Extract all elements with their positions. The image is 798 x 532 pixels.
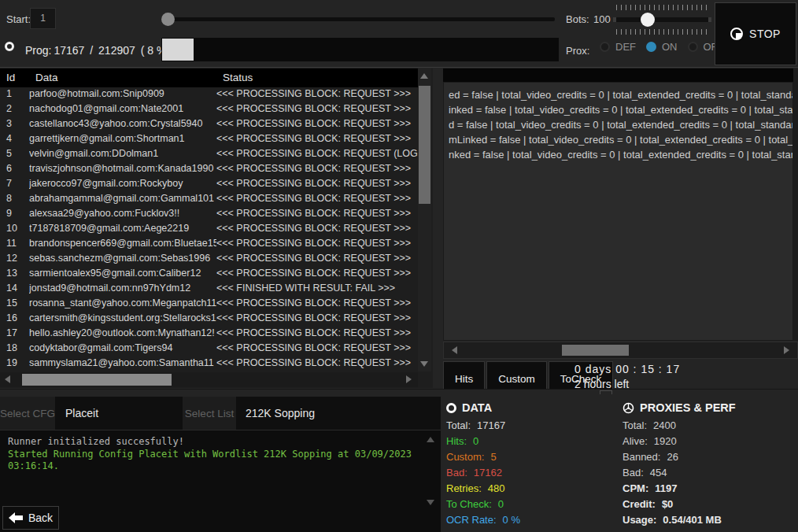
scroll-down-icon[interactable] xyxy=(427,500,434,505)
grid-vscroll-thumb[interactable] xyxy=(419,86,430,204)
back-arrow-icon xyxy=(9,512,23,523)
bots-slider-ticks-top xyxy=(616,5,708,10)
splitter-grip-icon[interactable] xyxy=(600,390,612,394)
table-row[interactable]: 19sammyslama21@yahoo.com:Samantha11<<< P… xyxy=(0,357,418,372)
prox-radio-def[interactable] xyxy=(600,42,610,52)
data-stats-title: DATA xyxy=(462,401,492,414)
table-row[interactable]: 11brandonspencer669@gmail.com:Bluetae15<… xyxy=(0,238,418,253)
bot-log-hscroll-thumb[interactable] xyxy=(562,345,629,356)
table-row[interactable]: 8abrahamgammal@gmail.com:Gammal101<<< PR… xyxy=(0,193,418,208)
table-row[interactable]: 4garrettjkern@gmail.com:Shortman1<<< PRO… xyxy=(0,133,418,148)
scroll-right-icon[interactable] xyxy=(784,346,789,354)
prog-current: 17167 xyxy=(54,44,84,57)
prox-radio-label-on: ON xyxy=(662,41,678,53)
stat-label: Total: xyxy=(446,419,471,435)
stat-label: Retries: xyxy=(446,482,482,498)
table-row[interactable]: 14jonstad9@hotmail.com:nn97hYdm12<<< FIN… xyxy=(0,283,418,297)
bot-log-horizontal-scrollbar[interactable] xyxy=(443,342,798,359)
skip-slider[interactable] xyxy=(161,11,555,27)
table-row[interactable]: 9alexsaa29@yahoo.com:Fucklov3!!<<< PROCE… xyxy=(0,208,418,223)
column-header-id[interactable]: Id xyxy=(6,72,15,83)
table-row[interactable]: 7jakerocco97@gmail.com:Rockyboy<<< PROCE… xyxy=(0,178,418,193)
column-header-data[interactable]: Data xyxy=(35,72,58,83)
bot-log-list[interactable]: ed = false | total_video_credits = 0 | t… xyxy=(443,82,793,341)
stat-label: Custom: xyxy=(446,451,484,467)
panel-splitter[interactable] xyxy=(0,389,798,396)
scroll-down-icon[interactable] xyxy=(420,361,428,367)
cell-data: jonstad9@hotmail.com:nn97hYdm12 xyxy=(29,283,216,297)
stat-label: Bad: xyxy=(623,467,644,482)
grid-horizontal-scrollbar[interactable] xyxy=(0,372,418,387)
scroll-up-icon[interactable] xyxy=(427,437,434,442)
scroll-right-icon[interactable] xyxy=(406,375,412,383)
cell-id: 6 xyxy=(0,163,29,178)
select-list-button[interactable]: Select List xyxy=(183,397,236,430)
cell-data: garrettjkern@gmail.com:Shortman1 xyxy=(29,133,216,148)
table-row[interactable]: 17hello.ashley20@outlook.com:Mynathan12!… xyxy=(0,327,418,342)
cell-data: sammyslama21@yahoo.com:Samantha11 xyxy=(29,357,216,372)
table-row[interactable]: 10t7187818709@gmail.com:Aege2219<<< PROC… xyxy=(0,223,418,238)
stat-label: Total: xyxy=(623,419,647,435)
cell-data: jakerocco97@gmail.com:Rockyboy xyxy=(29,178,216,193)
scroll-left-icon[interactable] xyxy=(5,375,10,383)
prog-separator: / xyxy=(90,44,93,57)
scroll-up-icon[interactable] xyxy=(420,73,428,79)
table-row[interactable]: 1parfoo@hotmail.com:Snip0909<<< PROCESSI… xyxy=(0,88,418,103)
bots-slider-handle[interactable] xyxy=(641,13,655,27)
back-button[interactable]: Back xyxy=(2,506,59,530)
cell-data: brandonspencer669@gmail.com:Bluetae15 xyxy=(29,238,216,253)
stat-row: Total:17167 xyxy=(446,419,615,435)
stat-value: 480 xyxy=(488,482,505,498)
table-row[interactable]: 3castellanoc43@yahoo.com:Crystal5940<<< … xyxy=(0,118,418,133)
prog-total: 212907 xyxy=(98,44,135,57)
table-row[interactable]: 16cartersmith@kingsstudent.org:Stellaroc… xyxy=(0,312,418,327)
skip-slider-handle[interactable] xyxy=(161,13,175,26)
cell-data: hello.ashley20@outlook.com:Mynathan12! xyxy=(29,327,216,342)
table-row[interactable]: 6traviszjohnson@hotmail.com:Kanada1990<<… xyxy=(0,163,418,178)
scroll-left-icon[interactable] xyxy=(452,346,457,354)
prox-radio-group: DEFONOFF xyxy=(600,41,729,53)
stat-value: 26 xyxy=(667,451,678,467)
table-row[interactable]: 2nachodog01@gmail.com:Nate2001<<< PROCES… xyxy=(0,103,418,118)
column-header-status[interactable]: Status xyxy=(223,72,253,83)
cell-data: abrahamgammal@gmail.com:Gammal101 xyxy=(29,193,216,208)
bot-log-panel: ed = false | total_video_credits = 0 | t… xyxy=(443,68,798,360)
start-label: Start: xyxy=(6,13,31,25)
cell-status: <<< PROCESSING BLOCK: REQUEST >>> xyxy=(216,297,418,312)
prox-radio-on[interactable] xyxy=(646,42,656,52)
runner-log[interactable]: Runner initialized succesfully!Started R… xyxy=(0,430,441,532)
bot-log-vscroll-track[interactable] xyxy=(793,68,798,341)
proxies-stats-rows: Total:2400Alive:1920Banned:26Bad:454CPM:… xyxy=(623,419,796,530)
table-row[interactable]: 12sebas.sanchezm@gmail.com:Sebas1996<<< … xyxy=(0,253,418,268)
table-row[interactable]: 5velvin@gmail.com:DDolman1<<< PROCESSING… xyxy=(0,148,418,163)
stat-value: 17167 xyxy=(477,419,505,435)
grid-vertical-scrollbar[interactable] xyxy=(418,68,431,371)
proxies-stats-header: PROXIES & PERF xyxy=(623,401,796,414)
cell-status: <<< PROCESSING BLOCK: REQUEST >>> xyxy=(216,88,418,103)
bots-value: 100 xyxy=(593,13,611,25)
prox-radio-off[interactable] xyxy=(688,42,698,52)
cell-id: 10 xyxy=(0,223,29,238)
stop-button[interactable]: STOP xyxy=(715,2,796,65)
table-row[interactable]: 13sarmientoalex95@gmail.com:Caliber12<<<… xyxy=(0,268,418,283)
stat-row: Hits:0 xyxy=(446,435,615,451)
stats-panel: DATA Total:17167Hits:0Custom:5Bad:17162R… xyxy=(443,397,798,532)
grid-hscroll-thumb[interactable] xyxy=(22,374,172,386)
cell-data: traviszjohnson@hotmail.com:Kanada1990 xyxy=(29,163,216,178)
progress-radio-icon[interactable] xyxy=(5,42,14,51)
stat-value: 5 xyxy=(490,451,496,467)
selected-wordlist-value: 212K Sopping xyxy=(246,397,315,430)
prox-label: Prox: xyxy=(566,45,589,57)
select-cfg-button[interactable]: Select CFG xyxy=(0,397,55,430)
bot-log-line: mLinked = false | total_video_credits = … xyxy=(449,132,788,147)
table-row[interactable]: 18codyktabor@gmail.com:Tigers94<<< PROCE… xyxy=(0,342,418,357)
cell-status: <<< PROCESSING BLOCK: REQUEST >>> xyxy=(216,133,418,148)
bots-slider[interactable] xyxy=(613,5,711,35)
grid-header: Id Data Status xyxy=(0,68,418,87)
stat-row: Banned:26 xyxy=(623,451,796,467)
skip-slider-track xyxy=(161,17,555,21)
table-row[interactable]: 15rosanna_stant@yahoo.com:Meganpatch11<<… xyxy=(0,297,418,312)
cell-status: <<< PROCESSING BLOCK: REQUEST >>> xyxy=(216,163,418,178)
stop-button-label: STOP xyxy=(749,28,781,40)
start-input[interactable]: 1 xyxy=(30,8,56,29)
